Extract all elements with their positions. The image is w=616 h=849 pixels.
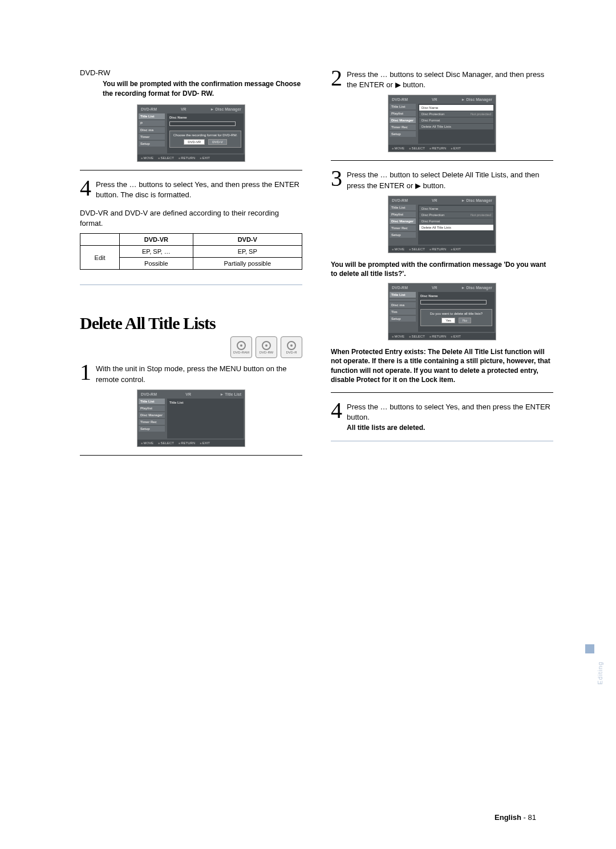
disc-rw-icon: DVD-RW [256, 336, 277, 358]
sidebar-item[interactable] [390, 299, 416, 301]
sidebar-item[interactable]: Title List [390, 104, 416, 109]
sidebar-item[interactable]: Timer Rec [390, 225, 416, 231]
step-number-4b: 4 [331, 401, 342, 433]
section-delete-all: Delete All Title Lists [80, 314, 302, 333]
side-tab-label: Editing [597, 661, 606, 685]
footer-return: RETURN [179, 156, 195, 160]
sidebar-item[interactable]: Setup [390, 232, 416, 238]
sidebar-item[interactable]: Disc Manager [390, 218, 416, 224]
dvd-rw-label: DVD-RW [80, 68, 302, 77]
footer-return: RETURN [179, 441, 195, 445]
step-4b-text: Press the … buttons to select Yes, and t… [347, 403, 550, 421]
sidebar-item[interactable]: Setup [390, 316, 416, 322]
ui-hdr-mid: VR [181, 107, 187, 111]
format-prompt-note: You will be prompted with the confirmati… [80, 79, 302, 99]
menu-disc-protection[interactable]: Disc ProtectionNot protected [419, 212, 493, 218]
sidebar-item[interactable]: Playlist [390, 212, 416, 217]
menu-delete-all[interactable]: Delete All Title Lists [419, 225, 493, 230]
footer-exit: EXIT [200, 156, 210, 160]
disc-ram-icon: DVD-RAM [230, 336, 252, 358]
menu-delete-all[interactable]: Delete All Title Lists [419, 124, 493, 129]
ui-hdr-right: ► Disc Manager [210, 107, 241, 111]
sidebar-item[interactable]: Title List [390, 292, 416, 298]
dialog-message: Choose the recording format for DVD-RW. [172, 133, 238, 137]
sidebar-item[interactable]: Disc Manager [390, 117, 416, 123]
th-blank [80, 234, 120, 246]
format-dialog: Choose the recording format for DVD-RW. … [169, 131, 241, 148]
dialog-message: Do you want to delete all title lists? [423, 312, 489, 315]
disc-name-field[interactable] [420, 300, 487, 304]
sidebar-item[interactable]: Timer Rec [139, 419, 165, 425]
step-4-text: Press the … buttons to select Yes, and t… [96, 178, 302, 200]
ui-format-dialog: DVD-RM VR ► Disc Manager Title List P Di… [137, 104, 245, 162]
no-button[interactable]: No [459, 318, 471, 323]
ui-hdr-left: DVD-RM [141, 107, 157, 111]
content-label: Title List [169, 401, 241, 404]
ui-title-list: DVD-RM VR ► Title List Title List Playli… [137, 389, 245, 447]
footer-select: SELECT [158, 156, 174, 160]
td-vr2: Possible [120, 258, 193, 270]
th-v: DVD-V [193, 234, 302, 246]
sidebar-item[interactable]: Setup [139, 426, 165, 432]
step-number-4: 4 [80, 178, 91, 200]
vr-v-definition: DVD-VR and DVD-V are defined according t… [80, 208, 302, 229]
menu-disc-format[interactable]: Disc Format [419, 218, 493, 224]
disc-r-icon: DVD-R [281, 336, 302, 358]
content-label: Disc Name [169, 116, 241, 119]
confirm-note: You will be prompted with the confirmati… [331, 260, 553, 278]
sidebar-item[interactable]: Setup [139, 141, 165, 147]
protect-note: When Protected Entry exists: The Delete … [331, 347, 553, 384]
disc-name-field[interactable] [169, 121, 236, 126]
td-edit: Edit [80, 246, 120, 270]
footer-select: SELECT [158, 441, 174, 445]
footer-move: MOVE [141, 156, 153, 160]
td-v1: EP, SP [193, 246, 302, 258]
sidebar-item[interactable]: Disc ma [390, 302, 416, 308]
menu-disc-name[interactable]: Disc Name [419, 206, 493, 212]
footer-exit: EXIT [200, 441, 210, 445]
sidebar-item[interactable]: Title List [139, 113, 165, 119]
ui-delete-confirm: DVD-RM VR ► Disc Manager Title List Disc… [388, 283, 496, 340]
ui-hdr-right: ► Title List [220, 392, 241, 396]
step-number-1: 1 [80, 363, 91, 384]
menu-disc-format[interactable]: Disc Format [419, 117, 493, 123]
footer-move: MOVE [141, 441, 153, 445]
sidebar-item[interactable]: Disc Manager [139, 412, 165, 418]
td-vr1: EP, SP, … [120, 246, 193, 258]
step-2-text: Press the … buttons to select Disc Manag… [347, 68, 553, 90]
sidebar-item[interactable]: P [139, 120, 165, 126]
step-number-3: 3 [331, 169, 342, 190]
page-footer: English - 81 [495, 813, 536, 822]
dvd-vr-button[interactable]: DVD-VR [184, 139, 205, 145]
ui-hdr-left: DVD-RM [141, 392, 157, 396]
dvd-v-button[interactable]: DVD-V [208, 139, 227, 145]
sidebar-item[interactable]: Timer Rec [390, 124, 416, 130]
deleted-note: All title lists are deleted. [347, 424, 425, 432]
ui-delete-all-selected: DVD-RM VR ► Disc Manager Title List Play… [388, 196, 496, 253]
sidebar-item[interactable]: Title List [390, 205, 416, 210]
sidebar-item[interactable]: Title List [139, 399, 165, 404]
sidebar-item[interactable]: Disc ma [139, 127, 165, 133]
sidebar-item[interactable]: Playlist [390, 111, 416, 116]
menu-disc-name[interactable]: Disc Name [419, 105, 493, 111]
format-table: DVD-VR DVD-V Edit EP, SP, … EP, SP Possi… [80, 233, 302, 270]
menu-disc-protection[interactable]: Disc ProtectionNot protected [419, 111, 493, 117]
yes-button[interactable]: Yes [441, 318, 455, 323]
sidebar-item[interactable]: Playlist [139, 405, 165, 411]
sidebar-item[interactable]: Setup [390, 131, 416, 137]
th-vr: DVD-VR [120, 234, 193, 246]
step-3-text: Press the … button to select Delete All … [347, 169, 553, 190]
td-v2: Partially possible [193, 258, 302, 270]
delete-confirm-dialog: Do you want to delete all title lists? Y… [420, 309, 492, 326]
ui-hdr-mid: VR [185, 392, 191, 396]
step-number-2: 2 [331, 68, 342, 90]
sidebar-item[interactable]: Timer [139, 134, 165, 140]
ui-disc-manager: DVD-RM VR ► Disc Manager Title List Play… [388, 95, 496, 152]
sidebar-item[interactable]: Tim [390, 309, 416, 315]
step-1-text: With the unit in Stop mode, press the ME… [96, 363, 302, 384]
content-label: Disc Name [420, 294, 492, 298]
side-tab-icon [585, 644, 594, 653]
